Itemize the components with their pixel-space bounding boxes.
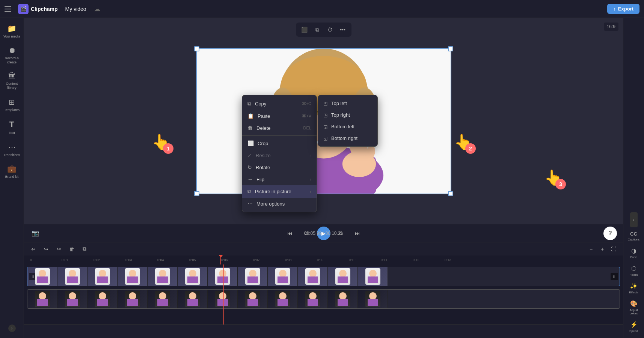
track-2[interactable] <box>27 289 620 309</box>
ctx-rotate[interactable]: ↻ Rotate <box>242 161 317 173</box>
redo-button[interactable]: ↪ <box>41 244 51 254</box>
top-right-icon: ◳ <box>323 113 327 118</box>
ctx-resize[interactable]: ⤢ Resize › <box>242 149 317 161</box>
right-panel-filters[interactable]: ⬡ Filters <box>625 263 643 279</box>
help-button[interactable]: ? <box>603 227 617 240</box>
right-panel-effects[interactable]: ✨ Effects <box>625 280 643 296</box>
timer-tool-btn[interactable]: ⏱ <box>324 24 336 35</box>
filters-label: Filters <box>630 273 638 276</box>
right-panel-adjust-colors[interactable]: 🎨 Adjustcolors <box>625 298 643 317</box>
sub-bottom-left[interactable]: ◲ Bottom left <box>318 121 377 132</box>
ctx-paste[interactable]: 📋 Paste ⌘+V <box>242 110 317 122</box>
corner-handle-tl[interactable] <box>194 46 199 51</box>
effects-icon: ✨ <box>630 282 638 290</box>
pip-tool-btn[interactable]: ⧉ <box>312 24 323 35</box>
ruler-mark-1: 0:01 <box>62 258 68 262</box>
sidebar-label-record-create: Record &create <box>5 56 19 65</box>
fade-label: Fade <box>630 255 637 259</box>
ctx-flip[interactable]: ↔ Flip › <box>242 173 317 185</box>
captions-icon: CC <box>630 231 637 237</box>
right-panel-expand-btn[interactable]: ‹ <box>630 212 638 227</box>
sidebar-item-transitions[interactable]: ⋯ Transitions <box>2 140 23 160</box>
library-icon: 🏛 <box>8 72 16 80</box>
track-end-btn[interactable]: ⏸ <box>611 273 618 280</box>
sidebar-item-your-media[interactable]: 📁 Your media <box>2 21 23 42</box>
pip-submenu: ◰ Top left ◳ Top right ◲ Bottom left ◱ B… <box>318 95 378 147</box>
adjust-colors-icon: 🎨 <box>630 300 638 307</box>
undo-button[interactable]: ↩ <box>29 244 38 254</box>
export-button[interactable]: ↑ Export <box>607 4 639 14</box>
cut-button[interactable]: ✂ <box>54 244 64 254</box>
topbar: 🎬 Clipchamp My video ☁ ↑ Export <box>0 0 644 18</box>
screenshot-button[interactable]: 📷 <box>30 228 41 239</box>
sidebar-label-brand-kit: Brand kit <box>5 175 19 179</box>
bottom-bar <box>24 324 623 338</box>
skip-forward-button[interactable]: ⏭ <box>351 227 363 239</box>
thumb-1-12 <box>358 267 388 286</box>
sidebar-label-your-media: Your media <box>3 35 20 39</box>
flip-icon: ↔ <box>247 176 253 182</box>
sidebar-label-templates: Templates <box>4 108 20 112</box>
ctx-more-options[interactable]: ⋯ More options <box>242 198 317 210</box>
ctx-delete-shortcut: DEL <box>303 126 311 130</box>
thumb-2-1 <box>27 290 57 308</box>
sub-top-left[interactable]: ◰ Top left <box>318 98 377 109</box>
crop-tool-btn[interactable]: ⬛ <box>299 24 310 35</box>
thumb-1-6 <box>178 267 208 286</box>
preview-area: ⬛ ⧉ ⏱ ••• 16:9 <box>24 18 623 224</box>
right-panel-captions[interactable]: CC Captions <box>625 229 643 243</box>
pip-arrow-icon: › <box>310 189 311 194</box>
zoom-in-button[interactable]: + <box>597 244 607 254</box>
thumb-1-2 <box>57 267 87 286</box>
playhead[interactable] <box>220 255 221 264</box>
zoom-out-button[interactable]: − <box>586 244 596 254</box>
timeline-tracks: ⏸ ⏸ <box>24 264 623 324</box>
thumb-2-5 <box>148 290 178 308</box>
video-title[interactable]: My video <box>62 5 89 14</box>
ctx-pip[interactable]: ⧉ Picture in picture › <box>242 185 317 198</box>
timeline-zoom-controls: − + ⛶ <box>586 244 618 254</box>
more-options-icon: ⋯ <box>247 201 253 207</box>
ctx-divider-1 <box>242 135 317 136</box>
sub-top-right-label: Top right <box>331 112 350 118</box>
thumb-1-5 <box>148 267 178 286</box>
sub-bottom-right-label: Bottom right <box>331 135 357 141</box>
sub-bottom-right[interactable]: ◱ Bottom right <box>318 132 377 144</box>
main-layout: 📁 Your media ⏺ Record &create 🏛 Content … <box>0 18 644 338</box>
right-panel-speed[interactable]: ⚡ Speed <box>625 319 643 335</box>
ctx-crop[interactable]: ⬜ Crop <box>242 137 317 149</box>
track-1[interactable]: ⏸ ⏸ <box>27 267 620 286</box>
duplicate-button[interactable]: ⧉ <box>80 244 89 254</box>
track-1-thumbnails <box>27 267 620 286</box>
pip-icon: ⧉ <box>247 188 251 195</box>
corner-handle-tr[interactable] <box>448 46 453 51</box>
corner-handle-bl[interactable] <box>194 191 199 196</box>
sidebar-item-templates[interactable]: ⊞ Templates <box>2 95 23 115</box>
sidebar-item-text[interactable]: T Text <box>2 117 23 138</box>
transitions-icon: ⋯ <box>8 143 16 152</box>
ctx-copy[interactable]: ⧉ Copy ⌘+C <box>242 98 317 110</box>
sidebar-item-record-create[interactable]: ⏺ Record &create <box>2 43 23 68</box>
hamburger-menu[interactable] <box>5 5 14 14</box>
sidebar-item-content-library[interactable]: 🏛 Content library <box>2 69 23 93</box>
playback-controls: 📷 ⏮ ↺ ▶ ↻ ⏭ 00:05.99 / 00:10.21 ? <box>24 224 623 242</box>
time-separator: / <box>323 231 326 236</box>
ctx-delete[interactable]: 🗑 Delete DEL <box>242 122 317 134</box>
ruler-mark-11: 0:11 <box>381 258 388 262</box>
right-panel-fade[interactable]: ◑ Fade <box>625 245 643 261</box>
top-left-icon: ◰ <box>323 101 327 106</box>
ruler-mark-9: 0:09 <box>317 258 324 262</box>
delete-clip-button[interactable]: 🗑 <box>67 244 77 254</box>
templates-icon: ⊞ <box>9 98 15 107</box>
more-options-btn[interactable]: ••• <box>337 24 348 35</box>
sub-top-right[interactable]: ◳ Top right <box>318 109 377 121</box>
thumb-2-9 <box>268 290 298 308</box>
ctx-resize-label: Resize <box>256 153 271 158</box>
cloud-save-icon[interactable]: ☁ <box>94 5 101 13</box>
thumb-1-7 <box>208 267 238 286</box>
sidebar-item-brand-kit[interactable]: 💼 Brand kit <box>2 161 23 182</box>
corner-handle-br[interactable] <box>448 191 453 196</box>
skip-back-button[interactable]: ⏮ <box>284 227 296 239</box>
sidebar-expand-button[interactable]: › <box>8 324 16 332</box>
fullscreen-button[interactable]: ⛶ <box>609 244 618 254</box>
